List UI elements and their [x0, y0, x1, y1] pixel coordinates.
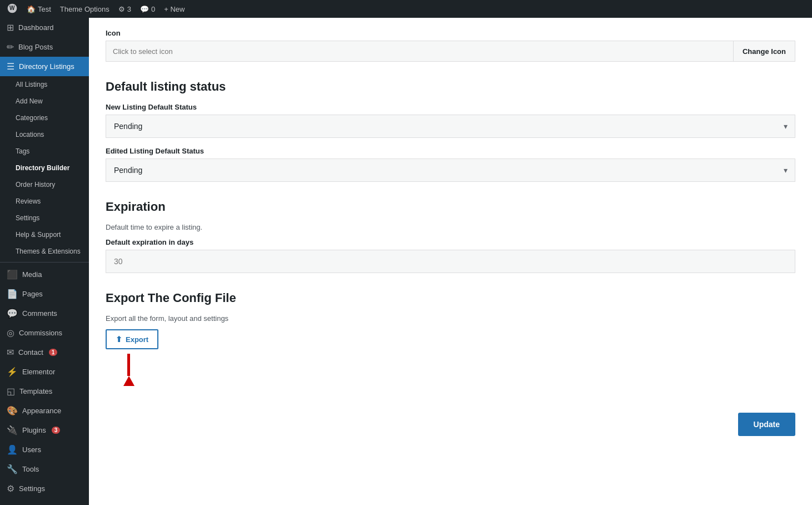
- admin-bar-new[interactable]: + New: [164, 5, 185, 13]
- comments-icon: 💬: [7, 308, 18, 319]
- new-listing-status-select[interactable]: Pending Published Draft: [106, 115, 795, 138]
- sidebar-item-users[interactable]: 👤 Users: [0, 440, 89, 459]
- sidebar-subitem-categories[interactable]: Categories: [0, 110, 89, 126]
- comment-icon: 💬: [140, 5, 149, 13]
- contact-icon: ✉: [7, 347, 14, 358]
- templates-icon: ◱: [7, 386, 15, 397]
- sidebar-item-media[interactable]: ⬛ Media: [0, 265, 89, 284]
- elementor-icon: ⚡: [7, 367, 18, 377]
- directory-listings-icon: ☰: [7, 61, 14, 72]
- pages-icon: 📄: [7, 289, 18, 299]
- plugins-badge: 3: [52, 427, 61, 434]
- sidebar-item-templates[interactable]: ◱ Templates: [0, 382, 89, 401]
- update-row: Update: [106, 404, 795, 447]
- commissions-icon: ◎: [7, 328, 14, 338]
- sidebar-item-settings-bottom[interactable]: ⚙ Settings: [0, 479, 89, 498]
- icon-row: Change Icon: [106, 41, 795, 62]
- media-icon: ⬛: [7, 269, 18, 280]
- sidebar-subitem-locations[interactable]: Locations: [0, 126, 89, 143]
- contact-badge: 1: [49, 349, 58, 356]
- sidebar-subitem-settings[interactable]: Settings: [0, 210, 89, 226]
- main-layout: ⊞ Dashboard ✏ Blog Posts ☰ Directory Lis…: [0, 18, 812, 505]
- sidebar-separator: [0, 262, 89, 263]
- sidebar-subitem-tags[interactable]: Tags: [0, 143, 89, 160]
- edited-listing-select-wrap: Pending Published Draft ▾: [106, 159, 795, 182]
- sidebar-item-contact[interactable]: ✉ Contact 1: [0, 343, 89, 362]
- expiration-days-input[interactable]: [106, 250, 795, 273]
- export-button[interactable]: ⬆ Export: [106, 329, 158, 349]
- sidebar-item-appearance[interactable]: 🎨 Appearance: [0, 401, 89, 420]
- admin-bar-site[interactable]: 🏠 Test: [27, 5, 51, 13]
- admin-bar-theme-options[interactable]: Theme Options: [60, 5, 109, 13]
- sidebar-subitem-order-history[interactable]: Order History: [0, 176, 89, 193]
- sidebar-subitem-themes-extensions[interactable]: Themes & Extensions: [0, 243, 89, 260]
- users-icon: 👤: [7, 444, 18, 455]
- tools-icon: 🔧: [7, 464, 18, 474]
- change-icon-button[interactable]: Change Icon: [733, 41, 795, 62]
- new-listing-label: New Listing Default Status: [106, 103, 795, 111]
- sidebar-item-plugins[interactable]: 🔌 Plugins 3: [0, 420, 89, 440]
- sidebar-subitem-add-new[interactable]: Add New: [0, 93, 89, 110]
- update-button[interactable]: Update: [738, 413, 795, 436]
- sidebar-item-pages[interactable]: 📄 Pages: [0, 284, 89, 304]
- default-listing-status-section: Default listing status New Listing Defau…: [106, 80, 795, 182]
- expiration-days-label: Default expiration in days: [106, 238, 795, 246]
- sidebar-item-directory-listings[interactable]: ☰ Directory Listings: [0, 57, 89, 76]
- content-area: Icon Change Icon Default listing status …: [89, 18, 812, 505]
- new-listing-select-wrap: Pending Published Draft ▾: [106, 115, 795, 138]
- default-listing-status-title: Default listing status: [106, 80, 795, 94]
- export-title: Export The Config File: [106, 291, 795, 305]
- arrow-head: [123, 376, 134, 386]
- sidebar-subitem-all-listings[interactable]: All Listings: [0, 76, 89, 93]
- sidebar-subitem-directory-builder[interactable]: Directory Builder: [0, 160, 89, 176]
- edited-listing-status-select[interactable]: Pending Published Draft: [106, 159, 795, 182]
- plugins-icon: 🔌: [7, 425, 18, 435]
- arrow-annotation: [123, 354, 795, 386]
- appearance-icon: 🎨: [7, 405, 18, 416]
- sidebar-item-dashboard[interactable]: ⊞ Dashboard: [0, 18, 89, 37]
- customize-icon: ⚙: [118, 5, 125, 13]
- edited-listing-label: Edited Listing Default Status: [106, 147, 795, 155]
- sidebar: ⊞ Dashboard ✏ Blog Posts ☰ Directory Lis…: [0, 18, 89, 505]
- sidebar-item-blog-posts[interactable]: ✏ Blog Posts: [0, 37, 89, 57]
- expiration-description: Default time to expire a listing.: [106, 223, 795, 231]
- sidebar-item-commissions[interactable]: ◎ Commissions: [0, 323, 89, 343]
- home-icon: 🏠: [27, 5, 36, 13]
- sidebar-item-tools[interactable]: 🔧 Tools: [0, 459, 89, 479]
- wp-logo-icon: W: [7, 3, 18, 16]
- dashboard-icon: ⊞: [7, 22, 14, 33]
- export-icon: ⬆: [116, 335, 122, 344]
- admin-bar-comments[interactable]: 💬 0: [140, 5, 155, 13]
- sidebar-item-elementor[interactable]: ⚡ Elementor: [0, 362, 89, 382]
- sidebar-item-comments[interactable]: 💬 Comments: [0, 304, 89, 323]
- icon-section: Icon Change Icon: [106, 29, 795, 62]
- icon-label: Icon: [106, 29, 795, 37]
- settings-icon: ⚙: [7, 483, 14, 494]
- sidebar-subitem-help-support[interactable]: Help & Support: [0, 226, 89, 243]
- export-description: Export all the form, layout and settings: [106, 314, 795, 323]
- expiration-title: Expiration: [106, 200, 795, 214]
- icon-input[interactable]: [106, 41, 733, 62]
- arrow-shaft: [127, 354, 130, 376]
- export-section: Export The Config File Export all the fo…: [106, 291, 795, 386]
- svg-text:W: W: [9, 5, 15, 11]
- admin-bar-customize[interactable]: ⚙ 3: [118, 5, 131, 13]
- admin-bar: W 🏠 Test Theme Options ⚙ 3 💬 0 + New: [0, 0, 812, 18]
- sidebar-subitem-reviews[interactable]: Reviews: [0, 193, 89, 210]
- blog-posts-icon: ✏: [7, 42, 14, 52]
- expiration-section: Expiration Default time to expire a list…: [106, 200, 795, 273]
